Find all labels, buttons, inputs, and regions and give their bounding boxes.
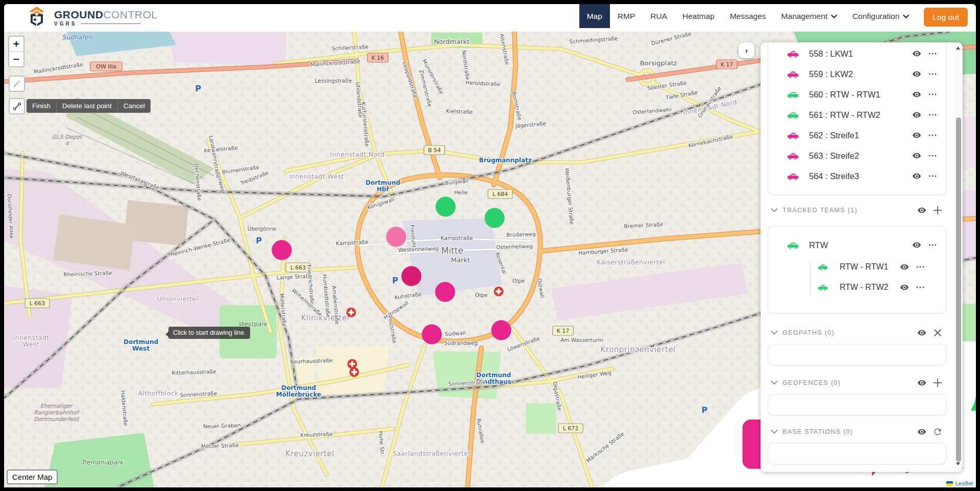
center-map-button[interactable]: Center Map [7, 470, 58, 484]
vehicle-row[interactable]: 562 : Streife1 [768, 125, 946, 145]
plus-icon [933, 378, 943, 388]
scroll-up-arrow[interactable] [954, 44, 963, 53]
vehicle-options-button[interactable] [926, 68, 939, 80]
car-icon [787, 68, 799, 81]
visibility-toggle[interactable] [911, 150, 923, 162]
brand-logo[interactable]: GROUNDCONTROL VGRS [24, 4, 158, 32]
cancel-button[interactable]: Cancel [117, 99, 151, 113]
nav-rmp[interactable]: RMP [610, 4, 643, 28]
street-label: Am Wasserturm [560, 337, 603, 343]
cancel-geopath-button[interactable] [932, 327, 944, 339]
visibility-toggle[interactable] [911, 239, 923, 251]
vehicle-options-button[interactable] [926, 150, 939, 162]
street-label: Olpe [475, 292, 487, 298]
vehicle-row[interactable]: 564 : Streife3 [768, 166, 946, 186]
logout-button[interactable]: Log out [924, 8, 968, 27]
draw-polyline-button[interactable] [9, 98, 25, 114]
chevron-down-icon [903, 14, 909, 19]
vehicle-row[interactable]: 563 : Streife2 [768, 145, 946, 166]
team-member-row[interactable]: RTW - RTW2 [817, 277, 946, 298]
nav-configuration[interactable]: Configuration [845, 4, 917, 28]
member-options-button[interactable] [914, 261, 926, 273]
add-geofence-button[interactable] [932, 377, 944, 389]
map-label: Südhafen [62, 33, 92, 41]
geopaths-empty-card [768, 345, 946, 365]
street-label: Olpe [512, 278, 525, 284]
nav-rua[interactable]: RUA [643, 4, 675, 28]
edit-layers-button[interactable] [9, 76, 25, 92]
street-label: Helle [454, 189, 468, 195]
sidebar-collapse-button[interactable]: › [739, 42, 754, 58]
zoom-out-button[interactable]: − [9, 52, 23, 67]
scroll-down-arrow[interactable] [954, 459, 963, 468]
delete-last-point-button[interactable]: Delete last point [56, 99, 117, 113]
app-header: GROUNDCONTROL VGRS MapRMPRUAHeatmapMessa… [4, 4, 976, 32]
vehicle-row[interactable]: 558 : LKW1 [768, 43, 946, 64]
refresh-base-stations-button[interactable] [932, 426, 944, 438]
map-label: Brügmannplatz [479, 157, 531, 164]
vehicle-row[interactable]: 560 : RTW - RTW1 [768, 84, 946, 105]
hospital-icon [350, 367, 359, 377]
vehicle-label: 564 : Streife3 [809, 171, 859, 181]
visibility-toggle[interactable] [911, 47, 923, 60]
draw-actions-bar: FinishDelete last pointCancel [27, 99, 151, 113]
vehicle-options-button[interactable] [926, 88, 939, 101]
add-team-button[interactable] [932, 204, 944, 216]
vehicle-options-button[interactable] [926, 129, 939, 141]
street-label: Lessingstraße [315, 78, 352, 84]
nav-label: Heatmap [682, 12, 715, 21]
member-options-button[interactable] [914, 281, 926, 293]
visibility-toggle[interactable] [916, 377, 928, 389]
scrollbar-thumb[interactable] [956, 117, 961, 462]
visibility-toggle[interactable] [898, 281, 911, 293]
visibility-toggle[interactable] [911, 68, 923, 80]
map-canvas[interactable]: OW IIIaK 16K 17K 17B 54L 684L 663L 663L … [4, 32, 976, 487]
car-icon [787, 129, 799, 142]
nav-management[interactable]: Management [774, 4, 845, 28]
team-card: RTW RTW - RTW1 RTW - RTW2 [768, 226, 946, 313]
section-base-stations[interactable]: BASE STATIONS (0) [771, 425, 944, 438]
team-options-button[interactable] [926, 239, 939, 251]
sidebar-scrollbar[interactable] [954, 42, 963, 472]
section-tracked-teams[interactable]: TRACKED TEAMS (1) [771, 204, 944, 217]
section-geofences[interactable]: GEOFENCES (0) [771, 376, 944, 389]
visibility-toggle[interactable] [916, 426, 928, 438]
vehicle-options-button[interactable] [926, 170, 939, 182]
zoom-in-button[interactable]: + [9, 37, 23, 52]
road-ref-badge: B 54 [424, 145, 445, 155]
section-geopaths[interactable]: GEOPATHS (0) [771, 326, 944, 339]
section-title: BASE STATIONS (0) [782, 428, 853, 435]
hospital-icon [348, 359, 357, 369]
vehicle-row[interactable]: 561 : RTW - RTW2 [768, 105, 946, 125]
vehicle-label: 562 : Streife1 [809, 131, 859, 140]
team-row[interactable]: RTW [768, 233, 946, 257]
visibility-toggle[interactable] [911, 170, 923, 182]
nav-messages[interactable]: Messages [722, 4, 774, 28]
parking-icon: P [392, 276, 398, 285]
app-frame: GROUNDCONTROL VGRS MapRMPRUAHeatmapMessa… [0, 0, 980, 491]
finish-button[interactable]: Finish [27, 99, 56, 113]
vehicle-label: 560 : RTW - RTW1 [809, 90, 880, 100]
geofences-empty-card [768, 395, 946, 415]
street-label: Ostenhellweg [496, 243, 533, 250]
map-attribution[interactable]: Leaflet [943, 479, 976, 487]
visibility-toggle[interactable] [916, 327, 928, 339]
section-title: GEOFENCES (0) [782, 379, 841, 386]
team-member-row[interactable]: RTW - RTW1 [817, 257, 946, 277]
visibility-toggle[interactable] [911, 109, 923, 121]
nav-map[interactable]: Map [579, 4, 610, 28]
street-label: Brüderweg [506, 231, 536, 238]
logo-icon [24, 7, 49, 29]
more-options-icon [927, 151, 938, 161]
nav-heatmap[interactable]: Heatmap [675, 4, 722, 28]
visibility-toggle[interactable] [911, 129, 923, 141]
vehicle-options-button[interactable] [926, 109, 939, 121]
vehicle-options-button[interactable] [926, 47, 939, 60]
visibility-toggle[interactable] [911, 88, 923, 101]
visibility-toggle[interactable] [898, 261, 911, 273]
map-label: Unionviertel [157, 295, 199, 303]
attribution-link[interactable]: Leaflet [955, 480, 973, 486]
vehicle-label: 561 : RTW - RTW2 [809, 110, 880, 120]
visibility-toggle[interactable] [916, 204, 928, 216]
vehicle-row[interactable]: 559 : LKW2 [768, 64, 946, 84]
